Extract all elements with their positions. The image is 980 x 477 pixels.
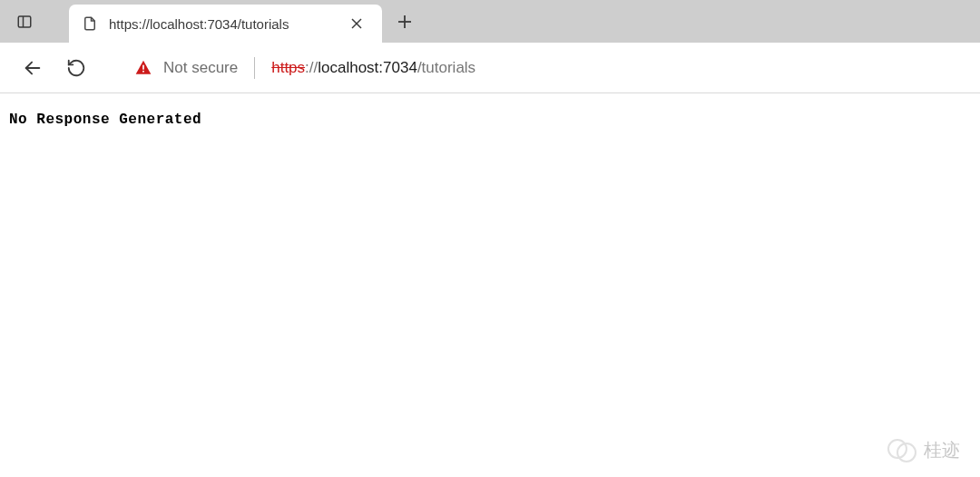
url-path: /tutorials: [417, 59, 475, 77]
close-icon: [351, 18, 362, 29]
watermark: 桂迹: [887, 437, 960, 462]
watermark-icon: [887, 437, 918, 462]
new-tab-button[interactable]: [387, 5, 422, 39]
plus-icon: [397, 15, 412, 29]
url-host: localhost:7034: [318, 59, 417, 77]
svg-rect-7: [142, 64, 144, 69]
tab-actions-icon: [16, 14, 33, 30]
watermark-text: 桂迹: [924, 438, 960, 462]
tab-title: https://localhost:7034/tutorials: [109, 16, 333, 32]
security-status-label: Not secure: [163, 59, 238, 77]
page-icon: [82, 15, 98, 32]
svg-rect-0: [18, 16, 31, 27]
reload-icon: [66, 58, 86, 78]
back-button[interactable]: [15, 50, 51, 86]
address-bar[interactable]: Not secure https://localhost:7034/tutori…: [122, 50, 965, 86]
close-tab-button[interactable]: [344, 11, 369, 36]
not-secure-icon: [134, 59, 152, 77]
reload-button[interactable]: [58, 50, 94, 86]
url-protocol: https: [271, 59, 305, 77]
separator: [254, 57, 255, 79]
tab-actions-button[interactable]: [7, 5, 42, 39]
browser-tab[interactable]: https://localhost:7034/tutorials: [69, 5, 382, 43]
url-protocol-sep: ://: [305, 59, 318, 77]
url-text: https://localhost:7034/tutorials: [271, 59, 475, 77]
arrow-left-icon: [23, 58, 43, 78]
tab-strip: https://localhost:7034/tutorials: [0, 0, 980, 43]
svg-rect-8: [142, 70, 144, 72]
toolbar: Not secure https://localhost:7034/tutori…: [0, 43, 980, 93]
page-body-text: No Response Generated: [0, 93, 980, 146]
